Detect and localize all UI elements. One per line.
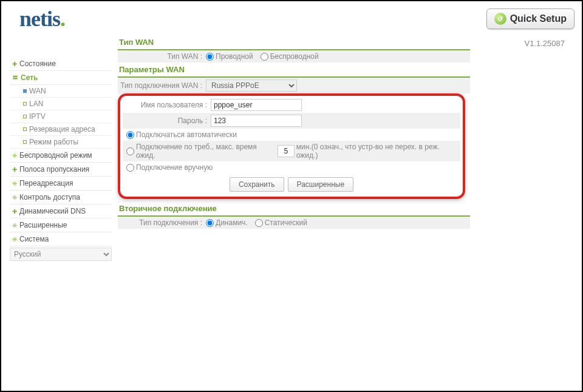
wan-type-wireless[interactable]: Беспроводной xyxy=(261,52,319,61)
bullet-icon xyxy=(23,127,27,131)
section-wan-params-title: Параметры WAN xyxy=(118,63,470,78)
secondary-dynamic-radio[interactable] xyxy=(206,219,214,227)
sidebar-sub-reservation[interactable]: Резервация адреса xyxy=(10,123,112,136)
sidebar-sub-iptv[interactable]: IPTV xyxy=(10,110,112,123)
sidebar-item-forwarding[interactable]: ⁜Переадресация xyxy=(10,177,112,191)
plus-icon: ⁜ xyxy=(12,152,17,159)
secondary-dynamic[interactable]: Динамич. xyxy=(206,218,248,227)
logo: netis. xyxy=(19,6,65,32)
conn-manual-radio[interactable] xyxy=(126,164,134,172)
bullet-icon xyxy=(23,115,27,118)
sidebar-sub-wan[interactable]: WAN xyxy=(10,85,112,98)
bullet-icon xyxy=(23,102,27,106)
sidebar-item-wireless[interactable]: ⁜Беспроводной режим xyxy=(10,149,112,163)
refresh-icon: ↺ xyxy=(494,13,506,25)
sidebar-item-ddns[interactable]: ✚Динамический DNS xyxy=(10,204,112,218)
conn-type-select[interactable]: Russia PPPoE xyxy=(206,79,297,92)
conn-ondemand[interactable]: Подключение по треб., макс. время ожид. … xyxy=(126,143,460,160)
quick-setup-button[interactable]: ↺ Quick Setup xyxy=(486,8,574,29)
password-input[interactable] xyxy=(211,115,302,127)
bullet-icon xyxy=(23,89,27,93)
sidebar-item-advanced[interactable]: ⁜Расширенные xyxy=(10,218,112,232)
password-label: Пароль : xyxy=(123,117,211,125)
conn-auto-radio[interactable] xyxy=(126,131,134,139)
conn-ondemand-radio[interactable] xyxy=(126,147,134,155)
language-select[interactable]: Русский xyxy=(10,248,112,261)
advanced-button[interactable]: Расширенные xyxy=(288,177,354,192)
quick-setup-label: Quick Setup xyxy=(510,13,567,24)
wan-type-wireless-radio[interactable] xyxy=(261,53,268,61)
username-input[interactable] xyxy=(211,99,302,111)
highlighted-area: Имя пользователя : Пароль : Подключаться… xyxy=(118,93,465,199)
plus-icon: ✚ xyxy=(12,208,17,215)
sidebar-sub-lan[interactable]: LAN xyxy=(10,98,112,110)
plus-icon: ⁜ xyxy=(12,194,17,201)
sidebar-sub-mode[interactable]: Режим работы xyxy=(10,136,112,149)
wan-type-wired[interactable]: Проводной xyxy=(206,52,253,61)
bullet-icon xyxy=(23,140,27,144)
minus-icon: 〓 xyxy=(12,73,18,82)
sidebar-item-access[interactable]: ⁜Контроль доступа xyxy=(10,191,112,204)
username-label: Имя пользователя : xyxy=(123,101,211,109)
conn-type-label: Тип подключения WAN : xyxy=(118,81,206,90)
wan-type-wired-radio[interactable] xyxy=(206,53,214,61)
plus-icon: ✚ xyxy=(12,166,17,173)
save-button[interactable]: Сохранить xyxy=(230,177,284,192)
secondary-static-radio[interactable] xyxy=(255,219,263,227)
section-wan-type-title: Тип WAN xyxy=(118,35,470,50)
version-label: V1.1.25087 xyxy=(524,39,565,48)
sidebar-item-network[interactable]: 〓Сеть xyxy=(10,71,112,85)
wan-type-label: Тип WAN : xyxy=(118,52,206,61)
conn-manual[interactable]: Подключение вручную xyxy=(126,163,213,172)
plus-icon: ✚ xyxy=(12,61,17,67)
sidebar-item-status[interactable]: ✚Состояние xyxy=(10,57,112,71)
sidebar-item-bandwidth[interactable]: ✚Полоса пропускания xyxy=(10,163,112,177)
secondary-static[interactable]: Статический xyxy=(255,218,307,227)
plus-icon: ⁜ xyxy=(12,180,17,187)
conn-auto[interactable]: Подключаться автоматически xyxy=(126,130,237,139)
plus-icon: ⁜ xyxy=(12,236,17,243)
idle-time-input[interactable] xyxy=(278,145,295,157)
secondary-label: Тип подключения : xyxy=(118,218,206,227)
sidebar-item-system[interactable]: ⁜Система xyxy=(10,232,112,246)
sidebar: ✚Состояние 〓Сеть WAN LAN IPTV Резервация… xyxy=(6,33,115,265)
section-secondary-title: Вторичное подключение xyxy=(118,201,470,217)
plus-icon: ⁜ xyxy=(12,222,17,229)
